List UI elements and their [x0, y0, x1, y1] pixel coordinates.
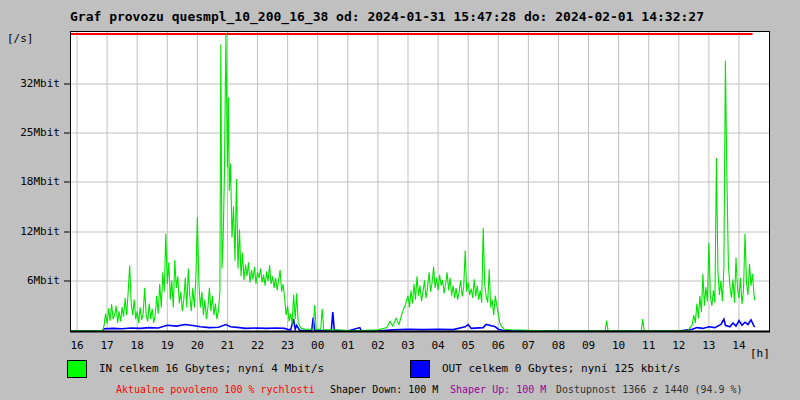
x-tick-label: 14 — [728, 339, 750, 352]
y-tick-label: 25Mbit — [4, 126, 60, 140]
x-tick-label: 20 — [186, 339, 208, 352]
x-tick-label: 16 — [66, 339, 88, 352]
status-allowed-speed: Aktualne povoleno 100 % rychlosti — [116, 384, 315, 395]
x-tick-label: 22 — [247, 339, 269, 352]
x-tick-label: 23 — [277, 339, 299, 352]
y-tick-label: 12Mbit — [4, 225, 60, 239]
status-availability: Dostupnost 1366 z 1440 (94.9 %) — [556, 384, 743, 395]
x-tick-label: 01 — [337, 339, 359, 352]
x-tick-label: 09 — [578, 339, 600, 352]
y-tick-label: 6Mbit — [4, 274, 60, 288]
x-tick-label: 06 — [487, 339, 509, 352]
x-tick-label: 17 — [96, 339, 118, 352]
legend-in-swatch — [67, 360, 87, 378]
x-tick-label: 03 — [397, 339, 419, 352]
y-tick-label: 18Mbit — [4, 175, 60, 189]
x-axis-unit-label: [h] — [750, 347, 770, 360]
legend-out-swatch — [410, 360, 430, 378]
graph-title: Graf provozu quesmpl_10_200_16_38 od: 20… — [70, 9, 704, 24]
x-tick-label: 13 — [698, 339, 720, 352]
x-tick-label: 04 — [427, 339, 449, 352]
x-tick-label: 02 — [367, 339, 389, 352]
x-tick-label: 10 — [608, 339, 630, 352]
x-tick-label: 00 — [307, 339, 329, 352]
x-tick-label: 07 — [517, 339, 539, 352]
legend-out-label: OUT celkem 0 Gbytes; nyní 125 kbit/s — [442, 362, 680, 375]
x-tick-label: 21 — [216, 339, 238, 352]
status-shaper-down: Shaper Down: 100 M — [330, 384, 438, 395]
x-tick-label: 05 — [457, 339, 479, 352]
legend-in-label: IN celkem 16 Gbytes; nyní 4 Mbit/s — [99, 362, 324, 375]
status-shaper-up: Shaper Up: 100 M — [450, 384, 546, 395]
x-tick-label: 18 — [126, 339, 148, 352]
x-tick-label: 08 — [547, 339, 569, 352]
traffic-graph-page: { "header": { "title": "Graf provozu que… — [0, 0, 800, 400]
x-tick-label: 19 — [156, 339, 178, 352]
x-tick-label: 12 — [668, 339, 690, 352]
y-axis-unit-label: [/s] — [7, 32, 34, 45]
y-tick-label: 32Mbit — [4, 77, 60, 91]
x-tick-label: 11 — [638, 339, 660, 352]
